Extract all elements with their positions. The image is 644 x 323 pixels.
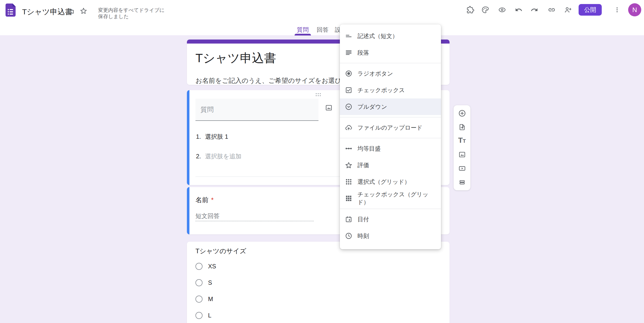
menu-item-label: 評価 <box>357 161 369 169</box>
menu-item-file-upload[interactable]: ファイルのアップロード <box>340 119 441 136</box>
menu-item-dropdown[interactable]: プルダウン <box>340 98 441 115</box>
question-type-menu: 記述式（短文） 段落 ラジオボタン チェックボックス プルダウン ファイルのアッ… <box>340 24 441 249</box>
radio-button-icon[interactable] <box>195 263 203 270</box>
document-title[interactable]: Tシャツ申込書 <box>22 7 72 16</box>
menu-item-label: 日付 <box>357 216 369 223</box>
short-answer-underline <box>195 221 314 221</box>
menu-item-label: 均等目盛 <box>357 145 381 153</box>
option-number: 2. <box>196 153 205 160</box>
name-question-title[interactable]: 名前 <box>195 196 209 204</box>
selected-card-indicator <box>187 187 189 234</box>
publish-button[interactable]: 公開 <box>579 4 602 16</box>
option-value[interactable]: 選択肢 1 <box>205 133 228 141</box>
menu-item-date[interactable]: 日付 <box>340 211 441 228</box>
question-title-input[interactable]: 質問 <box>195 99 318 121</box>
add-section-icon[interactable] <box>457 177 467 187</box>
radio-option-m[interactable]: M <box>195 295 213 303</box>
account-avatar[interactable]: N <box>628 3 641 16</box>
size-question-title[interactable]: Tシャツのサイズ <box>195 247 246 255</box>
more-options-icon[interactable] <box>612 5 622 15</box>
choice-option-1[interactable]: 1. 選択肢 1 <box>196 133 228 141</box>
menu-item-short-answer[interactable]: 記述式（短文） <box>340 28 441 44</box>
save-status[interactable]: 変更内容をすべてドライブに 保存しました <box>98 7 165 20</box>
menu-divider <box>340 63 441 63</box>
menu-divider <box>340 209 441 209</box>
radio-option-label[interactable]: L <box>208 312 211 319</box>
menu-item-label: チェックボックス <box>357 86 405 94</box>
menu-item-checkbox-grid[interactable]: チェックボックス（グリッド） <box>340 190 441 207</box>
menu-item-label: ラジオボタン <box>357 70 393 78</box>
add-title-text-icon[interactable]: TT <box>457 136 467 146</box>
menu-item-label: プルダウン <box>357 103 387 111</box>
menu-item-label: ファイルのアップロード <box>357 124 422 132</box>
star-icon[interactable] <box>78 6 89 16</box>
add-ons-puzzle-icon[interactable] <box>465 5 475 15</box>
question-label: 名前* <box>195 196 214 204</box>
drag-handle-icon[interactable] <box>316 93 321 96</box>
menu-item-multiple-choice[interactable]: ラジオボタン <box>340 65 441 82</box>
add-collaborator-icon[interactable] <box>563 5 573 15</box>
import-questions-icon[interactable] <box>457 122 467 132</box>
radio-option-s[interactable]: S <box>195 279 212 286</box>
top-app-bar: Tシャツ申込書 変更内容をすべてドライブに 保存しました <box>0 0 644 35</box>
avatar-initial: N <box>632 6 637 14</box>
radio-option-label[interactable]: S <box>208 279 212 286</box>
menu-item-label: 段落 <box>357 49 369 57</box>
add-option-placeholder[interactable]: 選択肢を追加 <box>205 152 242 160</box>
tab-questions[interactable]: 質問 <box>297 26 309 34</box>
tt-small: T <box>463 138 466 144</box>
menu-item-time[interactable]: 時刻 <box>340 228 441 244</box>
preview-eye-icon[interactable] <box>497 5 507 15</box>
menu-item-label: 記述式（短文） <box>357 32 398 40</box>
menu-item-linear-scale[interactable]: 均等目盛 <box>340 140 441 157</box>
radio-option-label[interactable]: M <box>208 296 213 303</box>
radio-button-icon[interactable] <box>195 312 203 319</box>
insert-toolbar: TT <box>454 105 470 190</box>
menu-item-rating[interactable]: 評価 <box>340 157 441 173</box>
radio-option-xs[interactable]: XS <box>195 263 216 270</box>
copy-link-icon[interactable] <box>547 5 557 15</box>
short-answer-placeholder: 短文回答 <box>195 212 220 220</box>
add-video-icon[interactable] <box>457 163 467 173</box>
undo-icon[interactable] <box>514 5 524 15</box>
radio-button-icon[interactable] <box>195 296 203 303</box>
redo-icon[interactable] <box>529 5 539 15</box>
radio-option-label[interactable]: XS <box>208 263 216 270</box>
tab-responses[interactable]: 回答 <box>317 26 329 34</box>
menu-divider <box>340 117 441 117</box>
menu-item-label: チェックボックス（グリッド） <box>357 191 436 206</box>
active-tab-underline <box>295 34 311 35</box>
tt-large: T <box>458 136 463 145</box>
add-image-icon[interactable] <box>457 150 467 160</box>
form-title-field[interactable]: Tシャツ申込書 <box>195 51 276 65</box>
radio-button-icon[interactable] <box>195 279 203 286</box>
option-number: 1. <box>196 133 205 140</box>
google-forms-logo-icon[interactable] <box>6 4 16 17</box>
add-question-icon[interactable] <box>457 108 467 118</box>
publish-label: 公開 <box>584 6 596 14</box>
theme-palette-icon[interactable] <box>480 5 490 15</box>
radio-option-l[interactable]: L <box>195 312 211 319</box>
menu-item-multiple-choice-grid[interactable]: 選択式（グリッド） <box>340 173 441 190</box>
required-asterisk: * <box>211 196 214 204</box>
menu-divider <box>340 138 441 138</box>
selected-card-indicator <box>187 90 189 185</box>
menu-item-paragraph[interactable]: 段落 <box>340 44 441 61</box>
add-choice-option[interactable]: 2. 選択肢を追加 <box>196 152 242 160</box>
size-question-card[interactable]: Tシャツのサイズ XS S M L <box>187 242 450 323</box>
question-title-placeholder: 質問 <box>195 105 214 114</box>
save-status-line1: 変更内容をすべてドライブに <box>98 7 165 13</box>
menu-item-label: 選択式（グリッド） <box>357 178 410 186</box>
move-to-folder-icon[interactable] <box>66 6 76 16</box>
add-image-to-question-icon[interactable] <box>323 102 334 113</box>
menu-item-label: 時刻 <box>357 232 369 240</box>
save-status-line2: 保存しました <box>98 13 165 20</box>
menu-item-checkboxes[interactable]: チェックボックス <box>340 82 441 98</box>
